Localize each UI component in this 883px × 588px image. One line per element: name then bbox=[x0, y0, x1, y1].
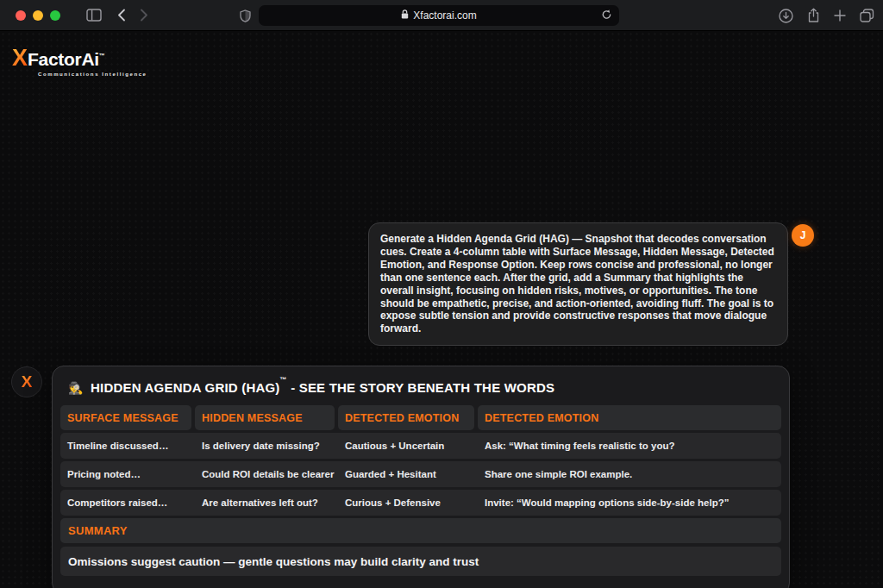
hag-title-tm: ™ bbox=[280, 376, 287, 384]
table-row: Competitors raised… Are alternatives lef… bbox=[60, 490, 781, 516]
minimize-window-button[interactable] bbox=[33, 10, 43, 21]
user-message-bubble: Generate a Hidden Agenda Grid (HAG) — Sn… bbox=[368, 222, 788, 346]
zoom-window-button[interactable] bbox=[50, 10, 60, 21]
hag-title-main: HIDDEN AGENDA GRID (HAG) bbox=[91, 380, 280, 395]
table-row: Pricing noted… Could ROI details be clea… bbox=[60, 461, 781, 487]
brand-x-mark: X bbox=[12, 47, 28, 70]
user-avatar: J bbox=[792, 224, 814, 247]
table-row: Timeline discussed… Is delivery date mis… bbox=[60, 433, 781, 459]
assistant-avatar: X bbox=[11, 366, 42, 397]
table-cell: Guarded + Hesitant bbox=[338, 461, 474, 487]
hag-header-row: SURFACE MESSAGE HIDDEN MESSAGE DETECTED … bbox=[60, 405, 781, 430]
table-cell: Could ROI details be clearer? bbox=[195, 461, 335, 487]
address-url: Xfactorai.com bbox=[413, 9, 476, 22]
sidebar-toggle-icon[interactable] bbox=[86, 9, 102, 22]
column-header: DETECTED EMOTION bbox=[338, 405, 474, 430]
page-background: XFactorAi™ Communications Intelligence G… bbox=[0, 31, 883, 588]
window-controls bbox=[16, 10, 60, 21]
table-cell: Curious + Defensive bbox=[338, 490, 474, 516]
summary-text-row: Omissions suggest caution — gentle quest… bbox=[60, 547, 781, 576]
tab-overview-icon[interactable] bbox=[860, 9, 874, 22]
downloads-icon[interactable] bbox=[779, 9, 793, 23]
reload-icon[interactable] bbox=[601, 9, 612, 21]
detective-emoji-icon: 🕵️ bbox=[68, 381, 84, 395]
share-icon[interactable] bbox=[807, 8, 820, 23]
table-cell: Timeline discussed… bbox=[60, 433, 191, 459]
table-cell: Cautious + Uncertain bbox=[338, 433, 474, 459]
hag-result-card: 🕵️ HIDDEN AGENDA GRID (HAG)™ - SEE THE S… bbox=[52, 366, 790, 588]
brand-logo: XFactorAi™ Communications Intelligence bbox=[12, 47, 147, 77]
summary-label: SUMMARY bbox=[68, 524, 128, 537]
table-cell: Ask: “What timing feels realistic to you… bbox=[478, 433, 781, 459]
assistant-avatar-x: X bbox=[22, 372, 33, 391]
brand-trademark: ™ bbox=[99, 53, 105, 59]
privacy-shield-icon[interactable] bbox=[240, 9, 251, 22]
brand-tagline: Communications Intelligence bbox=[38, 72, 147, 77]
column-header: SURFACE MESSAGE bbox=[60, 405, 191, 430]
table-cell: Invite: “Would mapping options side-by-s… bbox=[478, 490, 781, 516]
lock-icon bbox=[401, 9, 409, 22]
table-cell: Pricing noted… bbox=[60, 461, 191, 487]
table-cell: Share one simple ROI example. bbox=[478, 461, 781, 487]
summary-text: Omissions suggest caution — gentle quest… bbox=[68, 555, 479, 568]
column-header: HIDDEN MESSAGE bbox=[195, 405, 335, 430]
new-tab-icon[interactable] bbox=[834, 9, 846, 22]
summary-header-row: SUMMARY bbox=[60, 518, 781, 543]
table-cell: Is delivery date missing? bbox=[195, 433, 335, 459]
brand-name: FactorAi bbox=[28, 50, 99, 68]
back-button-icon[interactable] bbox=[117, 9, 126, 22]
address-bar[interactable]: Xfactorai.com bbox=[259, 5, 619, 26]
table-cell: Competitors raised… bbox=[60, 490, 191, 516]
table-cell: Are alternatives left out? bbox=[195, 490, 335, 516]
hag-title-suffix: - SEE THE STORY BENEATH THE WORDS bbox=[287, 380, 554, 395]
hag-title: 🕵️ HIDDEN AGENDA GRID (HAG)™ - SEE THE S… bbox=[68, 380, 780, 395]
column-header: DETECTED EMOTION bbox=[478, 405, 781, 430]
close-window-button[interactable] bbox=[16, 10, 26, 21]
forward-button-icon[interactable] bbox=[140, 9, 148, 22]
browser-toolbar: Xfactorai.com bbox=[0, 0, 883, 31]
